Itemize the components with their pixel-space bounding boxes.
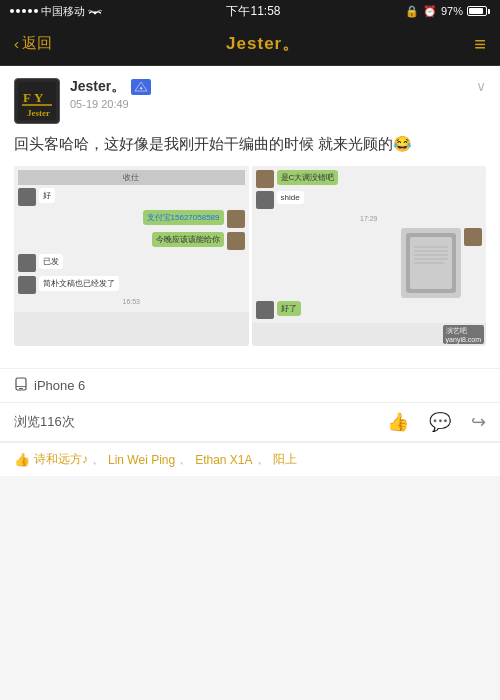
alarm-icon: ⏰ [423,5,437,18]
chat-avatar-1 [18,188,36,206]
back-label: 返回 [22,34,52,53]
chat-avatar-5 [18,276,36,294]
share-button[interactable]: ↪ [471,411,486,433]
svg-text:F: F [23,90,31,105]
post-text: 回头客哈哈，这好像是我刚开始干编曲的时候 就来光顾的😂 [14,132,486,156]
chat-bubble-5: 简朴文稿也已经发了 [39,276,119,291]
username-row: Jester。 ✦ [70,78,466,96]
chat-bubble-4: 已发 [39,254,63,269]
status-right: 🔒 ⏰ 97% [405,5,490,18]
chat-header: 收仕 [18,170,245,185]
device-icon [14,377,28,394]
comment-button[interactable]: 💬 [429,411,451,433]
watermark: 演艺吧 yanyi8.com [443,325,484,344]
chat-msg-1: 好 [18,188,245,206]
chat-bubble-1: 好 [39,188,55,203]
likes-thumb-icon: 👍 [14,452,30,467]
liker-2[interactable]: Lin Wei Ping [108,453,175,467]
chat-bubble-2: 支付宝15627058589 [143,210,224,225]
image-preview [401,228,461,298]
svg-rect-14 [19,388,23,389]
right-avt-4 [256,301,274,319]
chat-left-panel: 收仕 好 支付宝15627058589 今晚应该该能给你 [14,166,249,312]
back-button[interactable]: ‹ 返回 [14,34,52,53]
right-bubble-2: shide [277,191,304,204]
post-header: F Y Jester Jester。 ✦ 05-19 20:49 [14,78,486,124]
screenshot-left: 收仕 好 支付宝15627058589 今晚应该该能给你 [14,166,249,346]
chat-right-panel: 是C大调没错吧 shide 17:29 [252,166,487,323]
likes-section: 👍 诗和远方♪ 、 Lin Wei Ping 、 Ethan X1A 、 阳上 [0,442,500,476]
status-bar: 中国移动 下午11:58 🔒 ⏰ 97% [0,0,500,22]
nav-bar: ‹ 返回 Jester。 ≡ [0,22,500,66]
liker-1[interactable]: 诗和远方♪ [34,451,88,468]
svg-text:Jester: Jester [27,108,50,118]
battery-percent: 97% [441,5,463,17]
liker-3[interactable]: Ethan X1A [195,453,252,467]
back-chevron-icon: ‹ [14,35,19,52]
page-title: Jester。 [226,32,300,55]
device-label: iPhone 6 [34,378,85,393]
right-msg-3: 好了 [256,301,483,319]
content-area: F Y Jester Jester。 ✦ 05-19 20:49 [0,66,500,700]
right-bubble-3: 好了 [277,301,301,316]
wifi-icon [88,5,102,17]
menu-button[interactable]: ≡ [474,34,486,54]
chat-msg-5: 简朴文稿也已经发了 [18,276,245,294]
device-info: iPhone 6 [0,368,500,403]
status-time: 下午11:58 [226,3,280,20]
stats-icons: 👍 💬 ↪ [387,411,486,433]
dropdown-arrow-icon[interactable]: ∨ [476,78,486,94]
right-msg-2: shide [256,191,483,209]
stats-bar: 浏览116次 👍 💬 ↪ [0,403,500,442]
avatar: F Y Jester [14,78,60,124]
signal-icon [10,9,38,13]
svg-text:✦: ✦ [139,85,143,91]
post-username: Jester。 [70,78,125,96]
post-time: 05-19 20:49 [70,98,466,110]
screenshot-right: 是C大调没错吧 shide 17:29 [252,166,487,346]
right-avt-2 [256,191,274,209]
view-count: 浏览116次 [14,413,75,431]
right-msg-image [256,228,483,298]
post-meta: Jester。 ✦ 05-19 20:49 [70,78,466,110]
like-button[interactable]: 👍 [387,411,409,433]
right-bubble-1: 是C大调没错吧 [277,170,339,185]
right-avt-1 [256,170,274,188]
liker-4[interactable]: 阳上 [273,451,297,468]
chat-avatar-2 [227,210,245,228]
chat-msg-4: 已发 [18,254,245,272]
post-container: F Y Jester Jester。 ✦ 05-19 20:49 [0,66,500,368]
screenshots-grid: 收仕 好 支付宝15627058589 今晚应该该能给你 [14,166,486,346]
battery-icon [467,6,490,16]
verified-badge: ✦ [131,79,151,95]
chat-msg-2: 支付宝15627058589 [18,210,245,228]
carrier-label: 中国移动 [41,4,85,19]
chat-avatar-3 [227,232,245,250]
chat-msg-3: 今晚应该该能给你 [18,232,245,250]
right-msg-1: 是C大调没错吧 [256,170,483,188]
right-avt-3 [464,228,482,246]
chat-avatar-4 [18,254,36,272]
chat-time-right: 17:29 [256,215,483,222]
lock-icon: 🔒 [405,5,419,18]
chat-time-left: 16:53 [18,298,245,305]
status-left: 中国移动 [10,4,102,19]
chat-bubble-3: 今晚应该该能给你 [152,232,224,247]
svg-text:Y: Y [34,90,44,105]
